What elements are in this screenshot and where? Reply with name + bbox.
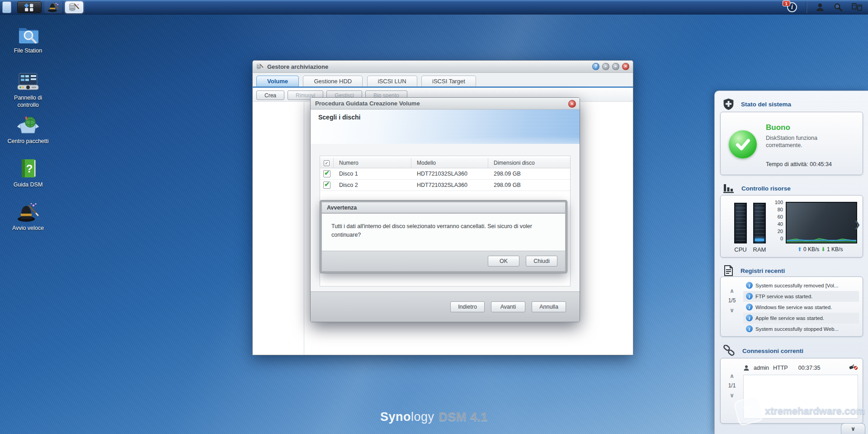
notification-button[interactable]: i 1 xyxy=(787,2,797,12)
tab-iscsi-lun[interactable]: iSCSI LUN xyxy=(367,76,417,86)
wizard-close-button[interactable]: ✕ xyxy=(568,100,576,108)
warning-close-button[interactable]: Chiudi xyxy=(526,256,557,267)
network-chart-svg xyxy=(787,203,856,243)
notification-badge: 1 xyxy=(783,0,790,6)
window-close-button[interactable]: ✕ xyxy=(622,63,629,70)
window-help-button[interactable]: ? xyxy=(592,63,599,70)
disk-2-checkbox[interactable] xyxy=(323,181,330,189)
disconnect-button[interactable] xyxy=(849,364,858,372)
status-description: DiskStation funziona correttamente. xyxy=(766,134,817,149)
back-button[interactable]: Indietro xyxy=(450,301,485,312)
uptime-label: Tempo di attività: 00:45:34 xyxy=(766,161,832,167)
info-icon: i xyxy=(746,282,753,289)
brand-bold: Syno xyxy=(380,410,411,424)
status-ok-icon xyxy=(729,130,757,158)
connections-card: ∧ 1/1 ∨ admin HTTP 00:37:35 xyxy=(720,358,863,424)
log-entry: iSystem successfully stopped Web... xyxy=(743,324,859,334)
collapse-panel-button[interactable]: ∨ xyxy=(841,423,865,434)
volume-list-panel xyxy=(253,102,304,355)
cpu-label: CPU xyxy=(731,246,750,253)
window-title: Gestore archiviazione xyxy=(267,63,328,70)
ytick-20: 20 xyxy=(770,229,783,234)
user-button[interactable] xyxy=(816,3,825,12)
disk-2-modello: HDT721032SLA360 xyxy=(411,182,488,188)
connection-row: admin HTTP 00:37:35 xyxy=(743,363,858,373)
logs-page-indicator: 1/5 xyxy=(723,297,741,304)
disk-2-dimensioni: 298.09 GB xyxy=(488,182,570,188)
link-icon xyxy=(723,345,736,357)
logs-page-down-button[interactable]: ∨ xyxy=(723,307,741,313)
wizard-footer: Indietro Avanti Annulla xyxy=(311,291,580,322)
brand-version: DSM 4.1 xyxy=(439,410,488,424)
taskbar: i 1 xyxy=(0,0,868,14)
disk-row-2[interactable]: Disco 2 HDT721032SLA360 298.09 GB xyxy=(320,180,570,191)
connections-header: Connessioni correnti xyxy=(723,345,803,357)
quick-start-taskbar-button[interactable] xyxy=(44,1,62,13)
log-list: iSystem successfully removed [Vol... iFT… xyxy=(743,280,859,334)
desktop-icon-quick-start[interactable]: Avvio veloce xyxy=(3,201,53,232)
disk-table: ✓ Numero Modello Dimensioni disco Disco … xyxy=(320,158,570,191)
system-status-card: Buono DiskStation funziona correttamente… xyxy=(720,112,863,175)
desktop-icon-label: Avvio veloce xyxy=(3,225,53,232)
taskbar-separator xyxy=(806,1,807,13)
show-desktop-button[interactable] xyxy=(2,1,11,13)
open-resource-monitor-button[interactable]: ❯ xyxy=(854,219,861,229)
warning-footer: OK Chiudi xyxy=(322,251,565,271)
log-entry: iWindows file service was started. xyxy=(743,302,859,313)
widgets-button[interactable] xyxy=(852,3,863,11)
brand-light: logy xyxy=(411,410,434,424)
logs-page-up-button[interactable]: ∧ xyxy=(723,288,741,294)
disk-table-header: ✓ Numero Modello Dimensioni disco xyxy=(320,158,570,168)
info-icon: i xyxy=(746,304,753,310)
control-panel-icon xyxy=(16,72,40,92)
system-status-header: Stato del sistema xyxy=(723,98,791,110)
main-menu-button[interactable] xyxy=(17,1,42,13)
desktop-icon-dsm-help[interactable]: ? Guida DSM xyxy=(3,157,53,189)
create-button[interactable]: Crea xyxy=(256,91,284,100)
ram-label: RAM xyxy=(750,246,769,253)
ok-button[interactable]: OK xyxy=(488,256,519,267)
disk-row-1[interactable]: Disco 1 HDT721032SLA360 298.09 GB xyxy=(320,168,570,180)
ytick-60: 60 xyxy=(770,214,783,219)
desktop-icon-package-center[interactable]: Centro pacchetti xyxy=(3,114,53,145)
disk-1-checkbox[interactable] xyxy=(323,170,330,177)
download-rate: 1 KB/s xyxy=(827,246,843,253)
resource-monitor-title: Controllo risorse xyxy=(741,185,791,192)
warning-message: Tutti i dati all'interno del disco selez… xyxy=(331,222,555,239)
column-header-dimensioni[interactable]: Dimensioni disco xyxy=(488,158,570,168)
column-header-modello[interactable]: Modello xyxy=(411,158,488,168)
storage-manager-icon xyxy=(256,63,264,70)
column-header-numero[interactable]: Numero xyxy=(334,158,411,168)
window-titlebar[interactable]: Gestore archiviazione ? • + ✕ xyxy=(253,61,633,73)
ytick-0: 0 xyxy=(770,236,783,241)
desktop-icon-label: Centro pacchetti xyxy=(3,138,53,145)
desktop-icon-file-station[interactable]: File Station xyxy=(3,24,53,55)
select-all-checkbox[interactable]: ✓ xyxy=(324,160,330,166)
log-entry: iFTP service was started. xyxy=(743,291,859,302)
tab-gestione-hdd[interactable]: Gestione HDD xyxy=(303,76,363,86)
storage-wizard-taskbar-button[interactable] xyxy=(65,1,83,13)
wizard-step-title: Scegli i dischi xyxy=(318,114,360,121)
wizard-titlebar[interactable]: Procedura Guidata Creazione Volume ✕ xyxy=(311,98,580,110)
connections-page-down-button[interactable]: ∨ xyxy=(723,392,741,398)
magic-hat-icon xyxy=(47,2,59,12)
tab-volume[interactable]: Volume xyxy=(256,76,299,86)
cancel-button[interactable]: Annulla xyxy=(532,301,566,312)
user-icon xyxy=(743,365,750,371)
warning-titlebar[interactable]: Avvertenza xyxy=(322,202,565,214)
search-button[interactable] xyxy=(834,3,843,12)
next-button[interactable]: Avanti xyxy=(491,301,525,312)
upload-rate: 0 KB/s xyxy=(803,246,819,253)
tab-iscsi-target[interactable]: iSCSI Target xyxy=(421,76,476,86)
connections-title: Connessioni correnti xyxy=(742,348,803,354)
window-minimize-button[interactable]: • xyxy=(602,63,609,70)
shield-icon xyxy=(723,98,734,110)
window-maximize-button[interactable]: + xyxy=(612,63,619,70)
wizard-title: Procedura Guidata Creazione Volume xyxy=(315,100,420,107)
connections-page-up-button[interactable]: ∧ xyxy=(723,373,741,379)
ytick-100: 100 xyxy=(770,200,783,205)
network-chart xyxy=(786,202,857,243)
desktop-icon-control-panel[interactable]: Pannello di controllo xyxy=(3,71,53,109)
dsm-help-icon: ? xyxy=(18,158,38,179)
recent-logs-title: Registri recenti xyxy=(741,267,785,274)
